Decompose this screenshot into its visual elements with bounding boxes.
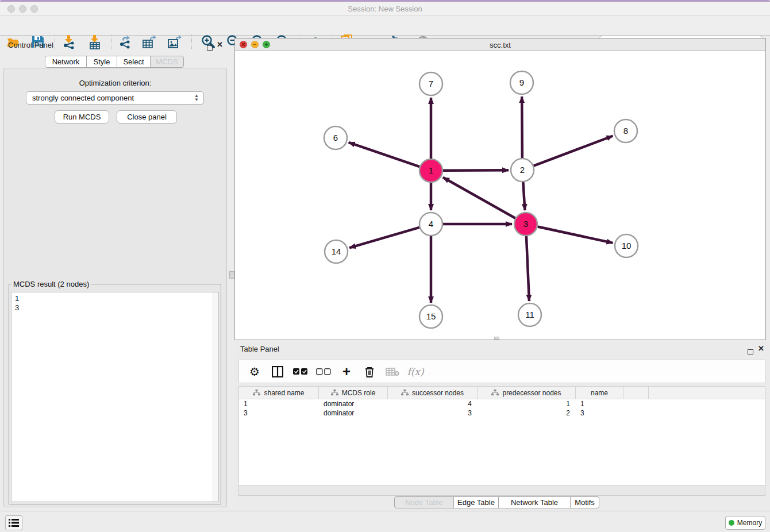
result-scrollbar[interactable] — [213, 292, 218, 502]
horizontal-splitter-grip[interactable] — [494, 337, 499, 340]
close-panel-button[interactable]: Close panel — [117, 110, 177, 124]
network-view-titlebar[interactable]: ✕ − + scc.txt — [235, 38, 765, 51]
graph-node-8[interactable]: 8 — [614, 119, 637, 142]
svg-text:8: 8 — [623, 126, 628, 136]
graph-node-1[interactable]: 1 — [419, 159, 442, 182]
import-table-icon[interactable] — [87, 34, 103, 50]
control-panel-tabs: Network Style Select MCDS — [45, 56, 184, 68]
graph-node-6[interactable]: 6 — [324, 126, 347, 149]
memory-button[interactable]: Memory — [725, 516, 765, 530]
graph-edge-2-8[interactable] — [534, 136, 613, 165]
network-canvas[interactable]: 7968124314101511 — [235, 51, 765, 340]
table-panel-float-icon[interactable] — [748, 346, 753, 357]
delete-table-icon[interactable] — [385, 364, 400, 379]
select-all-checkboxes-icon[interactable] — [293, 364, 308, 379]
optimization-criterion-label: Optimization criterion: — [4, 79, 226, 87]
graph-node-4[interactable]: 4 — [419, 213, 442, 236]
column-header-name[interactable]: name — [576, 387, 623, 399]
graph-node-3[interactable]: 3 — [514, 213, 537, 236]
graph-edge-2-9[interactable] — [522, 97, 522, 158]
criterion-value: strongly connected component — [32, 94, 134, 102]
control-panel-float-icon[interactable] — [207, 43, 213, 53]
vertical-splitter-grip[interactable] — [229, 271, 234, 279]
gear-icon[interactable]: ⚙ — [247, 364, 262, 379]
toolbar-separator — [55, 34, 55, 49]
memory-status-icon — [729, 520, 734, 526]
graph-node-2[interactable]: 2 — [511, 159, 534, 182]
column-header-predecessor-nodes[interactable]: predecessor nodes — [478, 387, 576, 399]
table-panel: Table Panel ✕ ⚙ + f(x) shared nameMCDS r… — [234, 342, 770, 511]
node-table[interactable]: shared nameMCDS rolesuccessor nodesprede… — [238, 386, 765, 496]
graph-node-7[interactable]: 7 — [419, 72, 442, 95]
table-row[interactable]: 1dominator411 — [239, 399, 765, 408]
table-tabs: Node Table Edge Table Network Table Moti… — [394, 496, 599, 508]
table-horizontal-scrollbar[interactable] — [239, 485, 765, 495]
control-panel-close-icon[interactable]: ✕ — [217, 40, 223, 49]
mcds-result-title: MCDS result (2 nodes) — [11, 280, 91, 288]
graph-edge-1-6[interactable] — [349, 142, 419, 167]
table-row[interactable]: 3dominator323 — [239, 408, 765, 418]
delete-column-icon[interactable] — [362, 364, 377, 379]
tab-motifs[interactable]: Motifs — [570, 496, 599, 508]
task-history-button[interactable] — [5, 515, 22, 530]
graph-edge-3-1[interactable] — [443, 178, 515, 218]
table-cell[interactable]: dominator — [319, 408, 388, 418]
table-panel-title: Table Panel — [240, 345, 279, 353]
network-graph: 7968124314101511 — [235, 51, 765, 340]
svg-text:6: 6 — [333, 133, 338, 142]
table-cell[interactable]: 1 — [239, 399, 319, 408]
tab-edge-table[interactable]: Edge Table — [453, 496, 499, 508]
graph-node-10[interactable]: 10 — [615, 234, 638, 257]
column-header-shared-name[interactable]: shared name — [239, 387, 319, 399]
table-cell[interactable]: 4 — [388, 399, 478, 408]
tab-style[interactable]: Style — [86, 56, 117, 68]
add-column-icon[interactable]: + — [339, 364, 354, 379]
svg-text:1: 1 — [429, 165, 433, 175]
column-header-MCDS-role[interactable]: MCDS role — [319, 387, 388, 399]
column-header-successor-nodes[interactable]: successor nodes — [388, 387, 478, 399]
tab-node-table[interactable]: Node Table — [394, 496, 454, 508]
table-cell[interactable]: 3 — [239, 408, 319, 418]
table-cell[interactable]: 1 — [576, 399, 623, 408]
tab-mcds[interactable]: MCDS — [150, 56, 184, 68]
graph-edge-3-10[interactable] — [538, 226, 613, 242]
function-builder-icon[interactable]: f(x) — [408, 364, 423, 379]
import-network-icon[interactable] — [61, 34, 77, 50]
table-cell[interactable]: 2 — [478, 408, 576, 418]
mcds-panel: Optimization criterion: strongly connect… — [3, 68, 227, 507]
table-cell[interactable]: dominator — [319, 399, 388, 408]
network-view-window: ✕ − + scc.txt 7968124314101511 — [234, 38, 766, 340]
graph-edge-3-11[interactable] — [526, 236, 529, 301]
tab-network-table[interactable]: Network Table — [498, 496, 571, 508]
export-table-icon[interactable] — [142, 34, 158, 50]
graph-node-15[interactable]: 15 — [419, 305, 442, 328]
svg-text:11: 11 — [525, 310, 534, 319]
graph-edge-1-2[interactable] — [443, 170, 509, 171]
graph-edge-2-3[interactable] — [523, 182, 525, 210]
split-columns-icon[interactable] — [270, 364, 285, 379]
graph-node-14[interactable]: 14 — [325, 240, 348, 263]
toolbar-separator — [111, 34, 111, 49]
run-mcds-button[interactable]: Run MCDS — [55, 110, 109, 124]
graph-node-9[interactable]: 9 — [510, 71, 533, 94]
table-cell[interactable]: 3 — [576, 408, 623, 418]
mcds-result-area[interactable]: 1 3 — [11, 292, 219, 502]
clear-checkboxes-icon[interactable] — [316, 364, 331, 379]
svg-text:14: 14 — [332, 246, 341, 256]
toolbar-separator — [191, 34, 192, 49]
tab-select[interactable]: Select — [117, 56, 151, 68]
svg-text:15: 15 — [426, 311, 436, 321]
table-panel-close-icon[interactable]: ✕ — [758, 344, 764, 353]
export-network-icon[interactable] — [117, 34, 133, 50]
table-cell[interactable]: 3 — [388, 408, 478, 418]
graph-edge-4-14[interactable] — [349, 228, 419, 248]
criterion-select[interactable]: strongly connected component ▲▼ — [26, 91, 204, 105]
tab-network[interactable]: Network — [45, 56, 87, 68]
export-image-icon[interactable] — [167, 34, 183, 50]
table-body: 1dominator4113dominator323 — [239, 399, 765, 418]
svg-text:9: 9 — [519, 78, 524, 87]
svg-text:2: 2 — [520, 165, 525, 175]
window-title: Session: New Session — [0, 5, 770, 13]
graph-node-11[interactable]: 11 — [518, 303, 541, 326]
table-cell[interactable]: 1 — [478, 399, 576, 408]
